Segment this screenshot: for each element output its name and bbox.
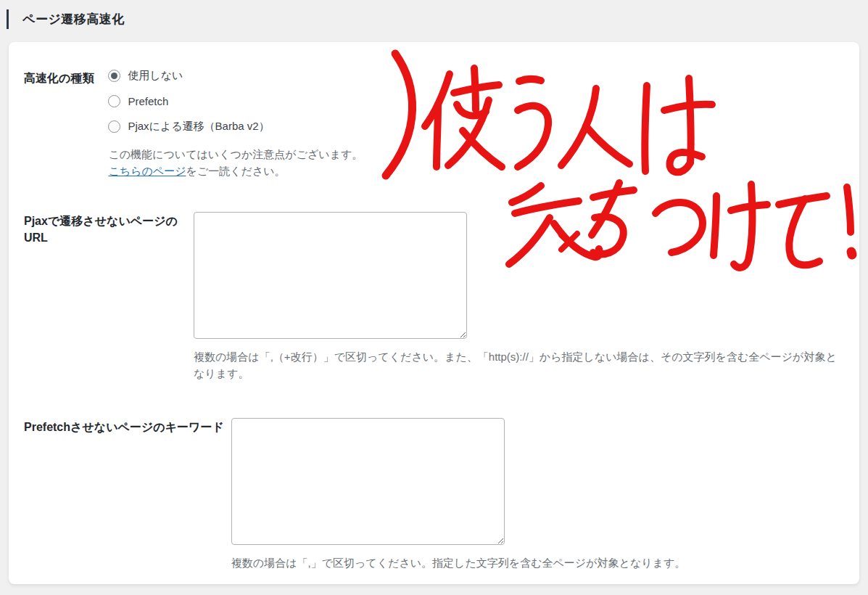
- acceleration-note: この機能についてはいくつか注意点がございます。 こちらのページをご一読ください。: [108, 146, 840, 180]
- pjax-exclude-urls-helper: 複数の場合は「,（+改行）」で区切ってください。また、「http(s)://」か…: [194, 348, 840, 382]
- acceleration-type-control: 使用しない Prefetch Pjaxによる遷移（Barba v2） この機能に…: [108, 69, 840, 180]
- radio-label[interactable]: Pjaxによる遷移（Barba v2）: [128, 120, 269, 134]
- radio-button[interactable]: [108, 120, 120, 133]
- acceleration-type-label: 高速化の種類: [24, 69, 94, 86]
- radio-label[interactable]: 使用しない: [128, 69, 183, 83]
- note-page-link[interactable]: こちらのページ: [108, 165, 186, 177]
- radio-label[interactable]: Prefetch: [128, 95, 168, 107]
- title-accent-bar: [7, 9, 9, 29]
- radio-option-none[interactable]: 使用しない: [108, 69, 840, 83]
- radio-option-pjax[interactable]: Pjaxによる遷移（Barba v2）: [108, 120, 840, 134]
- radio-button[interactable]: [108, 70, 120, 82]
- pjax-exclude-urls-textarea[interactable]: [194, 212, 467, 339]
- pjax-exclude-urls-control: 複数の場合は「,（+改行）」で区切ってください。また、「http(s)://」か…: [194, 212, 840, 382]
- section-header: ページ遷移高速化: [0, 0, 868, 29]
- note-line1: この機能についてはいくつか注意点がございます。: [108, 148, 363, 160]
- radio-option-prefetch[interactable]: Prefetch: [108, 95, 840, 107]
- row-acceleration-type: 高速化の種類 使用しない Prefetch Pjaxによる遷移（Barba v2…: [24, 69, 840, 180]
- prefetch-exclude-keywords-helper: 複数の場合は「,」で区切ってください。指定した文字列を含む全ページが対象となりま…: [231, 554, 840, 571]
- pjax-exclude-urls-label: Pjaxで遷移させないページのURL: [24, 212, 179, 246]
- page-title: ページ遷移高速化: [22, 11, 125, 28]
- note-line2-after: をご一読ください。: [186, 165, 285, 177]
- prefetch-exclude-keywords-control: 複数の場合は「,」で区切ってください。指定した文字列を含む全ページが対象となりま…: [231, 418, 840, 571]
- row-pjax-exclude-urls: Pjaxで遷移させないページのURL 複数の場合は「,（+改行）」で区切ってくだ…: [24, 212, 840, 382]
- row-prefetch-exclude-keywords: Prefetchさせないページのキーワード 複数の場合は「,」で区切ってください…: [24, 418, 840, 571]
- prefetch-exclude-keywords-textarea[interactable]: [231, 418, 505, 545]
- settings-panel: 高速化の種類 使用しない Prefetch Pjaxによる遷移（Barba v2…: [9, 42, 859, 584]
- radio-button[interactable]: [108, 95, 120, 107]
- prefetch-exclude-keywords-label: Prefetchさせないページのキーワード: [24, 418, 224, 435]
- settings-page: { "header": { "title": "ページ遷移高速化" }, "fo…: [0, 0, 868, 595]
